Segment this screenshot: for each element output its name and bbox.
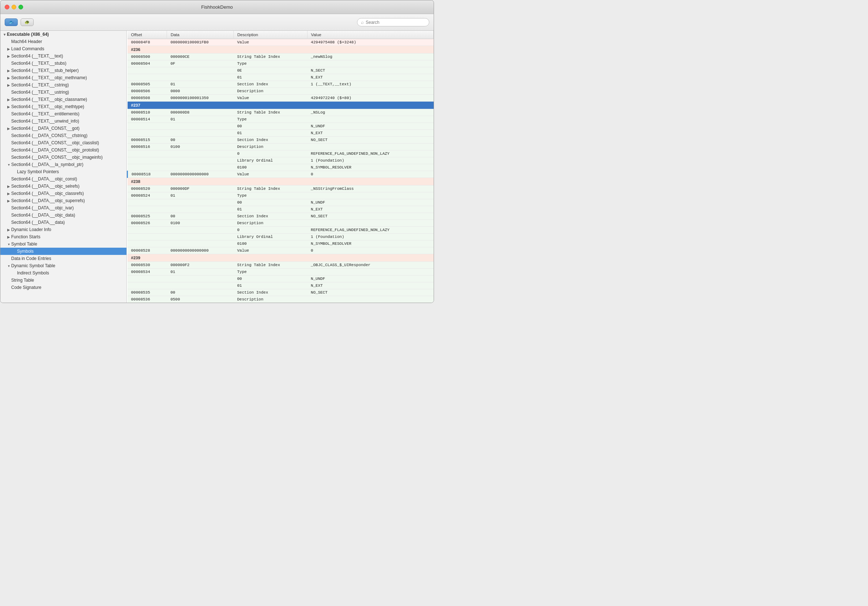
sidebar-item-dataconst-objc-protolist[interactable]: Section64 (__DATA_CONST,__objc_protolist… [0,146,127,154]
sidebar-item-text-objc-classname[interactable]: Section64 (__TEXT,__objc_classname) [0,96,127,103]
sidebar-item-dynamic-symbol-table[interactable]: Dynamic Symbol Table [0,262,127,269]
disclosure-text-objc-classname[interactable] [6,98,11,102]
minimize-button[interactable] [12,5,16,9]
sidebar-item-text-text[interactable]: Section64 (__TEXT,__text) [0,53,127,60]
close-button[interactable] [5,5,9,9]
table-row[interactable]: 00 N_UNDF [127,123,434,130]
table-row[interactable]: 00008535 00 Section Index NO_SECT [127,289,434,296]
table-row[interactable]: Library Ordinal 1 (Foundation) [127,233,434,241]
sidebar-item-data-la-symbol-ptr[interactable]: Section64 (__DATA,__la_symbol_ptr) [0,161,127,168]
table-row[interactable]: #238 [127,178,434,185]
table-row[interactable]: 00008504 0F Type [127,61,434,67]
sidebar-item-text-stubs[interactable]: Section64 (__TEXT,__stubs) [0,60,127,67]
disclosure-data-objc-selrefs[interactable] [6,184,11,188]
sidebar-item-dataconst-cfstring[interactable]: Section64 (__DATA_CONST,__cfstring) [0,132,127,139]
table-row[interactable]: 00 N_UNDF [127,275,434,283]
sidebar-item-symbols[interactable]: Symbols [0,248,127,255]
sidebar-item-lazy-symbol-pointers[interactable]: Lazy Symbol Pointers [0,168,127,176]
disclosure-loadcmds[interactable] [6,47,11,51]
col-offset: Offset [127,31,167,39]
table-row[interactable]: 01 N_EXT [127,283,434,289]
sidebar-item-dataconst-objc-imageinfo[interactable]: Section64 (__DATA_CONST,__objc_imageinfo… [0,154,127,161]
sidebar-item-dataconst-objc-classlist[interactable]: Section64 (__DATA_CONST,__objc_classlist… [0,139,127,146]
sidebar-item-data-objc-ivar[interactable]: Section64 (__DATA,__objc_ivar) [0,204,127,211]
toolbar-btn-1[interactable]: 🐟 [5,19,18,26]
sidebar-item-data-objc-const[interactable]: Section64 (__DATA,__objc_const) [0,176,127,183]
disclosure-text-text[interactable] [6,54,11,58]
sidebar-item-text-objc-methtype[interactable]: Section64 (__TEXT,__objc_methtype) [0,103,127,110]
disclosure-text-objc-methname[interactable] [6,76,11,80]
table-row[interactable]: 00008520 000000DF String Table Index _NS… [127,185,434,193]
disclosure-text-objc-methtype[interactable] [6,105,11,109]
table-row[interactable]: 00008500 000000CE String Table Index _ne… [127,53,434,61]
table-row[interactable]: 00008518 0000000000000000 Value 0 [127,171,434,178]
sidebar-item-dataconst-got[interactable]: Section64 (__DATA_CONST,__got) [0,125,127,132]
disclosure-executable[interactable] [2,33,7,37]
sidebar-item-text-stub-helper[interactable]: Section64 (__TEXT,__stub_helper) [0,67,127,74]
disclosure-data-objc-classrefs[interactable] [6,192,11,196]
sidebar-item-code-signature[interactable]: Code Signature [0,284,127,291]
table-row[interactable]: Library Ordinal 1 (Foundation) [127,157,434,164]
table-row[interactable]: 00008508 0000000100001350 Value 42949722… [127,95,434,102]
table-row[interactable]: #236 [127,46,434,53]
table-row[interactable]: 00008515 00 Section Index NO_SECT [127,137,434,143]
sidebar-item-function-starts[interactable]: Function Starts [0,233,127,241]
sidebar-item-data-objc-selrefs[interactable]: Section64 (__DATA,__objc_selrefs) [0,183,127,190]
search-input[interactable] [366,20,425,25]
sidebar-item-text-objc-methname[interactable]: Section64 (__TEXT,__objc_methname) [0,74,127,81]
table-row[interactable]: 00008534 01 Type [127,269,434,275]
sidebar-item-string-table[interactable]: String Table [0,277,127,284]
sidebar-item-symbol-table[interactable]: Symbol Table [0,241,127,248]
sidebar-item-loadcmds[interactable]: Load Commands [0,45,127,53]
table-row[interactable]: 0100 N_SYMBOL_RESOLVER [127,241,434,247]
disclosure-dynamic-loader[interactable] [6,228,11,232]
table-row[interactable]: 0 REFERENCE_FLAG_UNDEFINED_NON_LAZY [127,303,434,303]
sidebar-item-mach64[interactable]: Mach64 Header [0,38,127,45]
sidebar-item-indirect-symbols[interactable]: Indirect Symbols [0,269,127,277]
table-row[interactable]: 00008525 00 Section Index NO_SECT [127,213,434,220]
sidebar-item-data-objc-superrefs[interactable]: Section64 (__DATA,__objc_superrefs) [0,197,127,204]
disclosure-data-objc-superrefs[interactable] [6,199,11,203]
table-row[interactable]: #237 [127,102,434,109]
table-row[interactable]: 00008526 0100 Description [127,220,434,227]
toolbar-btn-2[interactable]: 🐢 [20,19,34,26]
table-row[interactable]: #239 [127,254,434,262]
table-row[interactable]: 01 N_EXT [127,130,434,137]
sidebar-item-data-data[interactable]: Section64 (__DATA,__data) [0,219,127,226]
disclosure-symbol-table[interactable] [6,242,11,246]
sidebar-item-text-unwind-info[interactable]: Section64 (__TEXT,__unwind_info) [0,118,127,125]
table-row[interactable]: 00008505 01 Section Index 1 (__TEXT,__te… [127,81,434,88]
table-row[interactable]: 00008516 0100 Description [127,143,434,151]
sidebar-item-text-cstring[interactable]: Section64 (__TEXT,__cstring) [0,81,127,89]
table-row[interactable]: 00008530 000000F2 String Table Index _OB… [127,262,434,269]
table-row[interactable]: 00008528 0000000000000000 Value 0 [127,247,434,254]
search-box[interactable]: ⌕ [357,18,429,26]
sidebar-item-data-objc-data[interactable]: Section64 (__DATA,__objc_data) [0,211,127,219]
table-row[interactable]: 00008514 01 Type [127,116,434,123]
disclosure-text-stub-helper[interactable] [6,69,11,73]
sidebar-item-executable[interactable]: Executable (X86_64) [0,31,127,38]
disclosure-dataconst-got[interactable] [6,127,11,131]
disclosure-function-starts[interactable] [6,235,11,239]
table-row[interactable]: 00 N_UNDF [127,199,434,206]
maximize-button[interactable] [19,5,23,9]
table-row[interactable]: 00008536 0500 Description [127,296,434,303]
disclosure-data-la-symbol-ptr[interactable] [6,163,11,167]
table-row[interactable]: 01 N_EXT [127,206,434,213]
sidebar-item-text-ustring[interactable]: Section64 (__TEXT,__ustring) [0,89,127,96]
table-row[interactable]: 0E N_SECT [127,67,434,74]
sidebar-item-data-in-code[interactable]: Data in Code Entries [0,255,127,262]
table-row[interactable]: 00008524 01 Type [127,193,434,199]
table-row[interactable]: 000084F8 0000000100001FB0 Value 42949754… [127,39,434,46]
table-row[interactable]: 0 REFERENCE_FLAG_UNDEFINED_NON_LAZY [127,227,434,233]
sidebar-item-text-entitlements[interactable]: Section64 (__TEXT,__entitlements) [0,110,127,118]
table-row[interactable]: 01 N_EXT [127,74,434,81]
table-row[interactable]: 0100 N_SYMBOL_RESOLVER [127,164,434,171]
table-row[interactable]: 0 REFERENCE_FLAG_UNDEFINED_NON_LAZY [127,151,434,157]
sidebar-item-data-objc-classrefs[interactable]: Section64 (__DATA,__objc_classrefs) [0,190,127,197]
table-row[interactable]: 00008510 000000D8 String Table Index _NS… [127,109,434,116]
table-row[interactable]: 00008506 0000 Description [127,88,434,95]
disclosure-dynamic-symbol-table[interactable] [6,264,11,268]
disclosure-text-cstring[interactable] [6,83,11,87]
sidebar-item-dynamic-loader[interactable]: Dynamic Loader Info [0,226,127,233]
